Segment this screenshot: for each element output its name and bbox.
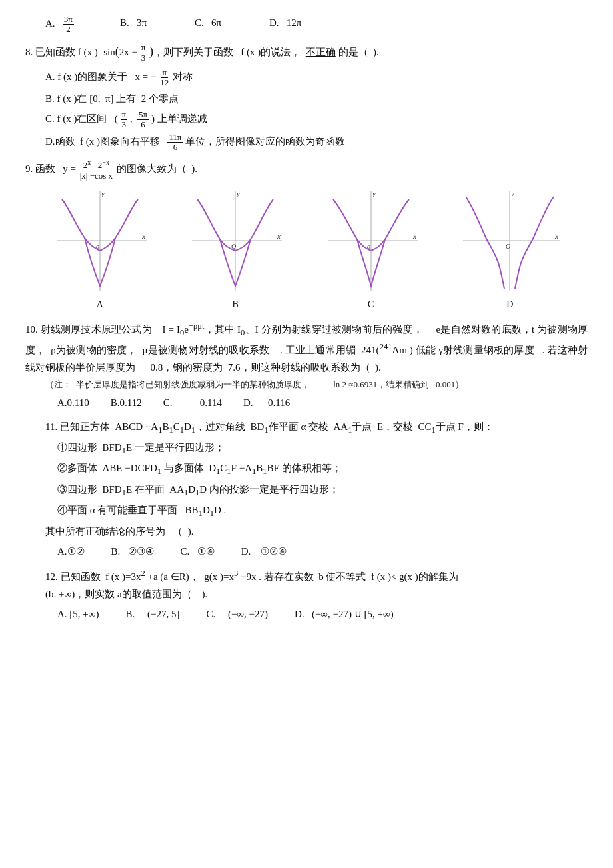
q10-option-a: A.0.110 [57, 395, 89, 412]
q12-option-c: C. (−∞, −27) [206, 606, 268, 623]
svg-text:O: O [506, 243, 510, 250]
q11-options: A.①② B. ②③④ C. ①④ D. ①②④ [57, 543, 588, 561]
question-9: 9. 函数 y = 2x −2−x |x| −cos x 的图像大致为（ ). … [25, 159, 588, 313]
q11-option-c: C. ①④ [181, 543, 215, 561]
svg-text:x: x [554, 232, 558, 240]
question-11: 11. 已知正方体 ABCD −A1B1C1D1，过对角线 BD1作平面 α 交… [25, 419, 588, 560]
question-8: 8. 已知函数 f (x )=sin(2x − π3 )，则下列关于函数 f (… [25, 41, 588, 153]
q11-item-3: ③四边形 BFD1E 在平面 AA1D1D 内的投影一定是平行四边形； [57, 481, 588, 500]
question-12: 12. 已知函数 f (x )=3x2 +a (a ∈R)， g(x )=x3 … [25, 567, 588, 623]
q10-option-b: B.0.112 [111, 395, 142, 412]
q11-item-2: ②多面体 ABE −DCFD1 与多面体 D1C1F −A1B1BE 的体积相等… [57, 460, 588, 479]
q10-option-c: C. 0.114 [163, 395, 222, 412]
q11-item-1: ①四边形 BFD1E 一定是平行四边形； [57, 439, 588, 458]
graph-a-label: A [97, 297, 103, 313]
q10-note: （注： 半价层厚度是指将已知射线强度减弱为一半的某种物质厚度， ln 2 ≈0.… [45, 377, 588, 392]
q8-option-b: B. f (x )在 [0, π] 上有 2 个零点 [45, 91, 588, 108]
q12-stem: 12. 已知函数 f (x )=3x2 +a (a ∈R)， g(x )=x3 … [45, 567, 588, 586]
q12-option-d: D. (−∞, −27) ∪ [5, +∞) [295, 606, 394, 623]
q11-conclusion: 其中所有正确结论的序号为 （ ). [45, 523, 588, 541]
svg-text:x: x [277, 232, 281, 240]
q8-option-d: D.函数 f (x )图象向右平移 11π6 单位，所得图像对应的函数为奇函数 [45, 133, 588, 153]
svg-text:y: y [510, 189, 514, 197]
q8-option-a: A. f (x )的图象关于 x = − π12 对称 [45, 68, 588, 88]
graph-d-label: D [506, 297, 513, 313]
svg-text:y: y [101, 189, 105, 197]
q10-options: A.0.110 B.0.112 C. 0.114 D. 0.116 [57, 395, 588, 412]
q11-option-d: D. ①②④ [241, 543, 287, 561]
q11-item-4: ④平面 α 有可能垂直于平面 BB1D1D . [57, 502, 588, 521]
q9-graphs: x y o A x y O B [25, 187, 588, 313]
graph-c: x y o C [321, 187, 421, 313]
q12-stem2: (b. +∞)，则实数 a的取值范围为（ ). [45, 586, 588, 603]
q7-option-d: D. 12π [269, 15, 322, 35]
q10-stem: 10. 射线测厚技术原理公式为 I = I0e−ρμt，其中 I0、I 分别为射… [25, 319, 588, 376]
q11-option-b: B. ②③④ [111, 543, 154, 561]
q7-option-b: B. 3π [120, 15, 173, 35]
svg-text:y: y [236, 189, 240, 197]
q12-option-a: A. [5, +∞) [57, 606, 99, 623]
svg-text:y: y [372, 189, 376, 197]
svg-text:x: x [412, 232, 416, 240]
q12-option-b: B. (−27, 5] [125, 606, 179, 623]
graph-b-label: B [233, 297, 239, 313]
q12-options: A. [5, +∞) B. (−27, 5] C. (−∞, −27) D. (… [57, 606, 588, 623]
q8-option-c: C. f (x )在区间 ( π3 , 5π6 ) 上单调递减 [45, 110, 588, 130]
graph-a: x y o A [50, 187, 150, 313]
svg-text:x: x [141, 232, 145, 240]
graph-c-label: C [368, 297, 374, 313]
graph-d: x y O D [456, 187, 563, 313]
question-7-options: A. 3π 2 B. 3π C. 6π D. 12π [25, 15, 588, 35]
q9-stem: 9. 函数 y = 2x −2−x |x| −cos x 的图像大致为（ ). [25, 159, 588, 181]
q7-option-c: C. 6π [195, 15, 248, 35]
q10-option-d: D. 0.116 [243, 395, 290, 412]
q8-stem: 8. 已知函数 f (x )=sin(2x − π3 )，则下列关于函数 f (… [25, 41, 588, 63]
graph-b: x y O B [185, 187, 285, 313]
question-10: 10. 射线测厚技术原理公式为 I = I0e−ρμt，其中 I0、I 分别为射… [25, 319, 588, 412]
q7-option-a: A. 3π 2 [45, 15, 99, 35]
q11-stem: 11. 已知正方体 ABCD −A1B1C1D1，过对角线 BD1作平面 α 交… [45, 419, 588, 437]
q11-option-a: A.①② [57, 543, 85, 561]
